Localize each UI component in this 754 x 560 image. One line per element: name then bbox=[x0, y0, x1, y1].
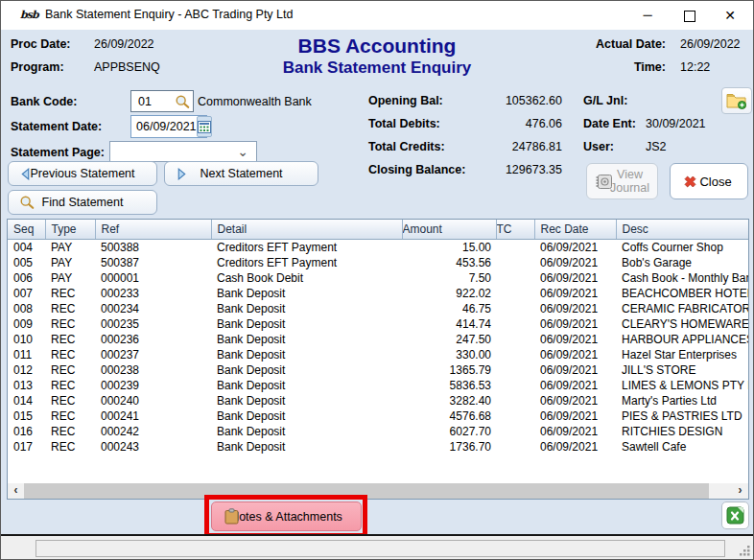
cell-type: REC bbox=[45, 424, 95, 439]
find-statement-button[interactable]: Find Statement bbox=[8, 190, 157, 215]
table-row[interactable]: 004 PAY 500388 Creditors EFT Payment 15.… bbox=[8, 240, 748, 256]
maximize-button[interactable] bbox=[669, 1, 711, 30]
cell-amount: 330.00 bbox=[402, 347, 496, 362]
cell-desc: RITCHIES DESIGN bbox=[616, 424, 748, 439]
column-header-seq[interactable]: Seq bbox=[8, 220, 45, 240]
table-row[interactable]: 006 PAY 000001 Cash Book Debit 7.50 06/0… bbox=[8, 270, 748, 286]
cell-detail: Bank Deposit bbox=[211, 301, 402, 316]
view-journal-button[interactable]: View Journal bbox=[586, 163, 658, 199]
cell-tc bbox=[496, 362, 534, 378]
column-header-amount[interactable]: Amount bbox=[402, 220, 496, 240]
close-label: Close bbox=[699, 175, 731, 189]
cell-seq: 017 bbox=[8, 439, 45, 455]
scroll-right-icon[interactable]: › bbox=[732, 483, 748, 499]
bank-code-input[interactable]: 01 bbox=[130, 90, 194, 112]
cell-seq: 016 bbox=[8, 424, 45, 439]
previous-arrow-icon bbox=[19, 168, 32, 180]
table-row[interactable]: 011 REC 000237 Bank Deposit 330.00 06/09… bbox=[8, 347, 748, 362]
opening-bal-value: 105362.60 bbox=[461, 94, 562, 107]
gl-journal-folder-button[interactable] bbox=[721, 87, 752, 114]
gl-jnl-label: G/L Jnl: bbox=[583, 94, 627, 107]
minimize-button[interactable]: ─ bbox=[626, 1, 669, 30]
journal-book-icon bbox=[595, 174, 613, 190]
cell-type: REC bbox=[45, 408, 95, 424]
cell-detail: Cash Book Debit bbox=[211, 270, 402, 286]
cell-rec-date: 06/09/2021 bbox=[534, 439, 616, 455]
opening-bal-label: Opening Bal: bbox=[368, 94, 443, 107]
cell-seq: 008 bbox=[8, 301, 45, 316]
actual-date-label: Actual Date: bbox=[596, 37, 666, 51]
table-row[interactable]: 013 REC 000239 Bank Deposit 5836.53 06/0… bbox=[8, 378, 748, 393]
column-header-detail[interactable]: Detail bbox=[211, 220, 402, 240]
cell-tc bbox=[496, 240, 534, 256]
cell-amount: 5836.53 bbox=[402, 378, 496, 393]
table-row[interactable]: 008 REC 000234 Bank Deposit 46.75 06/09/… bbox=[8, 301, 748, 316]
calendar-icon[interactable] bbox=[197, 116, 212, 137]
statement-table-body: 004 PAY 500388 Creditors EFT Payment 15.… bbox=[8, 240, 748, 455]
cell-tc bbox=[496, 316, 534, 332]
cell-seq: 011 bbox=[8, 347, 45, 362]
total-debits-value: 476.06 bbox=[461, 117, 562, 130]
cell-amount: 3282.40 bbox=[402, 393, 496, 408]
table-row[interactable]: 009 REC 000235 Bank Deposit 414.74 06/09… bbox=[8, 316, 748, 332]
find-magnifier-icon bbox=[19, 195, 35, 210]
table-row[interactable]: 005 PAY 500387 Creditors EFT Payment 453… bbox=[8, 255, 748, 270]
column-header-type[interactable]: Type bbox=[45, 220, 95, 240]
scroll-left-icon[interactable]: ‹ bbox=[8, 483, 24, 499]
export-excel-button[interactable] bbox=[721, 502, 749, 529]
table-row[interactable]: 017 REC 000243 Bank Deposit 1736.70 06/0… bbox=[8, 439, 748, 455]
next-statement-button[interactable]: Next Statement bbox=[164, 161, 318, 186]
cell-tc bbox=[496, 393, 534, 408]
cell-tc bbox=[496, 439, 534, 455]
table-row[interactable]: 016 REC 000242 Bank Deposit 6027.70 06/0… bbox=[8, 424, 748, 439]
horizontal-scrollbar[interactable]: ‹ › bbox=[8, 483, 748, 499]
cell-amount: 6027.70 bbox=[402, 424, 496, 439]
column-header-tc[interactable]: TC bbox=[496, 220, 534, 240]
column-header-desc[interactable]: Desc bbox=[616, 220, 748, 240]
cell-desc: Cash Book - Monthly Bar bbox=[616, 270, 748, 286]
cell-detail: Bank Deposit bbox=[211, 347, 402, 362]
cell-seq: 009 bbox=[8, 316, 45, 332]
cell-amount: 922.02 bbox=[402, 286, 496, 301]
column-header-ref[interactable]: Ref bbox=[95, 220, 211, 240]
cell-ref: 500387 bbox=[95, 255, 211, 270]
statement-date-input[interactable]: 06/09/2021 bbox=[130, 115, 207, 138]
cell-desc: JILL'S STORE bbox=[616, 362, 748, 378]
date-ent-label: Date Ent: bbox=[583, 117, 636, 130]
cell-amount: 247.50 bbox=[402, 332, 496, 347]
cell-amount: 15.00 bbox=[402, 240, 496, 256]
cell-rec-date: 06/09/2021 bbox=[534, 332, 616, 347]
app-logo-icon: bsb bbox=[20, 7, 39, 24]
cell-tc bbox=[496, 424, 534, 439]
table-row[interactable]: 015 REC 000241 Bank Deposit 4576.68 06/0… bbox=[8, 408, 748, 424]
statement-page-dropdown[interactable]: ⌄ bbox=[109, 141, 257, 162]
close-window-button[interactable]: ✕ bbox=[709, 1, 751, 30]
previous-statement-button[interactable]: Previous Statement bbox=[8, 161, 157, 186]
statement-table: Seq Type Ref Detail Amount TC Rec Date D… bbox=[7, 219, 749, 500]
resize-grip-icon[interactable] bbox=[739, 545, 751, 557]
bank-code-label: Bank Code: bbox=[11, 95, 77, 108]
cell-detail: Bank Deposit bbox=[211, 439, 402, 455]
find-statement-label: Find Statement bbox=[42, 196, 124, 209]
table-row[interactable]: 012 REC 000238 Bank Deposit 1365.79 06/0… bbox=[8, 362, 748, 378]
table-row[interactable]: 007 REC 000233 Bank Deposit 922.02 06/09… bbox=[8, 286, 748, 301]
cell-detail: Bank Deposit bbox=[211, 362, 402, 378]
cell-tc bbox=[496, 378, 534, 393]
table-row[interactable]: 010 REC 000236 Bank Deposit 247.50 06/09… bbox=[8, 332, 748, 347]
cell-tc bbox=[496, 255, 534, 270]
cell-ref: 000240 bbox=[95, 393, 211, 408]
cell-detail: Bank Deposit bbox=[211, 424, 402, 439]
table-row[interactable]: 014 REC 000240 Bank Deposit 3282.40 06/0… bbox=[8, 393, 748, 408]
column-header-rec-date[interactable]: Rec Date bbox=[534, 220, 616, 240]
statement-page-label: Statement Page: bbox=[11, 146, 105, 159]
cell-seq: 010 bbox=[8, 332, 45, 347]
user-label: User: bbox=[583, 140, 614, 153]
close-button[interactable]: Close bbox=[670, 163, 748, 199]
excel-icon bbox=[726, 506, 744, 525]
cell-detail: Bank Deposit bbox=[211, 378, 402, 393]
cell-amount: 1736.70 bbox=[402, 439, 496, 455]
cell-rec-date: 06/09/2021 bbox=[534, 362, 616, 378]
previous-statement-label: Previous Statement bbox=[30, 167, 134, 180]
cell-desc: HARBOUR APPLIANCES bbox=[616, 332, 748, 347]
bank-code-lookup-icon[interactable] bbox=[175, 94, 190, 109]
